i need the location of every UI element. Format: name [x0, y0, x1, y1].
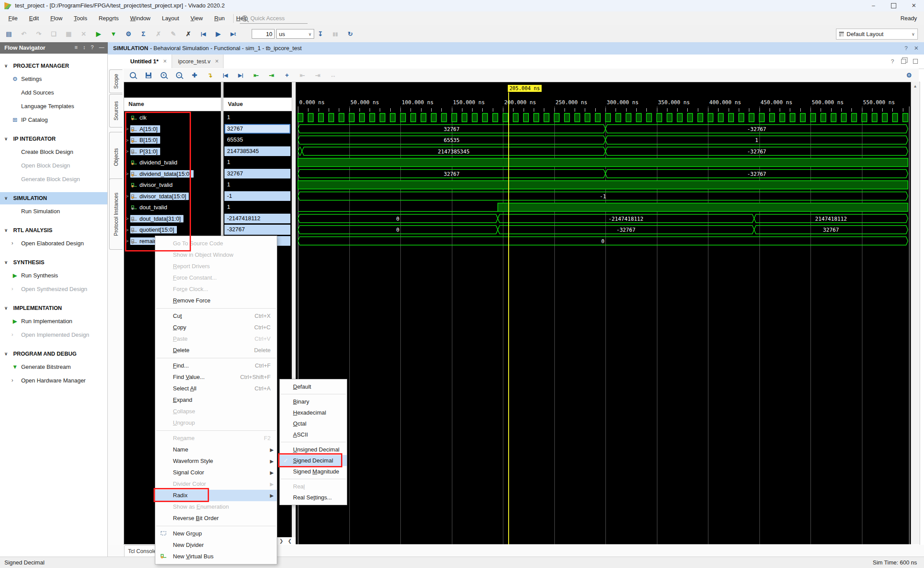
abort-icon[interactable]: ✗ [183, 29, 194, 39]
banner-close-icon[interactable]: ✕ [914, 42, 919, 55]
menu-item-waveform-style[interactable]: Waveform Style▶ [155, 455, 277, 467]
signal-row-dividend-tdata-15-0[interactable]: >dividend_tdata[15:0] [124, 168, 221, 180]
value-row-dout-tdata-31-0[interactable]: -2147418112 [224, 213, 292, 225]
step-icon[interactable]: ↧ [315, 29, 326, 39]
menu-item-find[interactable]: Find...Ctrl+F [155, 360, 277, 371]
sidebar-item-generate-bitstream[interactable]: ▼Generate Bitstream [0, 360, 107, 374]
flow-section-program-and-debug[interactable]: ∨PROGRAM AND DEBUG [0, 348, 107, 360]
quick-access-search[interactable]: Quick Access [240, 13, 308, 24]
sim-run-time-input[interactable] [252, 29, 275, 39]
sidebar-item-run-simulation[interactable]: Run Simulation [0, 204, 107, 218]
side-tab-protocol-instances[interactable]: Protocol Instances [109, 178, 122, 250]
signal-row-a-15-0[interactable]: >A[15:0] [124, 124, 221, 135]
sidebar-item-add-sources[interactable]: Add Sources [0, 86, 107, 99]
expand-toggle-icon[interactable]: ↕ [83, 44, 85, 51]
radix-option-real-settings[interactable]: Real Settings... [280, 492, 347, 503]
signal-row-divisor-tvalid[interactable]: divisor_tvalid [124, 179, 221, 191]
menu-flow[interactable]: Flow [44, 11, 68, 25]
menu-item-select-all[interactable]: Select AllCtrl+A [155, 383, 277, 394]
menu-item-name[interactable]: Name▶ [155, 444, 277, 455]
signal-row-b-15-0[interactable]: >B[15:0] [124, 135, 221, 146]
value-column-header[interactable]: Value [224, 98, 292, 111]
radix-option-default[interactable]: Default [280, 381, 347, 392]
menu-reports[interactable]: Reports [93, 11, 125, 25]
expand-chevron-icon[interactable]: > [124, 126, 130, 131]
settings-gear-icon[interactable]: ⚙ [123, 29, 134, 39]
value-row-dout-tvalid[interactable]: 1 [224, 202, 292, 213]
value-row-dividend-tdata-15-0[interactable]: 32767 [224, 168, 292, 180]
menu-item-expand[interactable]: Expand [155, 394, 277, 406]
menu-item-remove-force[interactable]: Remove Force [155, 295, 277, 306]
value-row-b-15-0[interactable]: 65535 [224, 135, 292, 146]
sidebar-item-create-block-design[interactable]: Create Block Design [0, 145, 107, 159]
value-row-p-31-0[interactable]: 2147385345 [224, 146, 292, 157]
signal-row-dividend-tvalid[interactable]: dividend_tvalid [124, 157, 221, 168]
banner-help-icon[interactable]: ? [905, 42, 908, 55]
add-marker-icon[interactable]: + [282, 70, 292, 80]
flow-section-rtl-analysis[interactable]: ∨RTL ANALYSIS [0, 224, 107, 237]
zoom-in-icon[interactable]: + [158, 70, 169, 80]
expand-chevron-icon[interactable]: > [124, 216, 130, 221]
generate-bitstream-icon[interactable]: ▼ [108, 29, 119, 39]
collapse-all-icon[interactable]: ≡ [74, 44, 77, 51]
radix-option-hexadecimal[interactable]: Hexadecimal [280, 407, 347, 418]
panel-help-icon[interactable]: ? [891, 58, 894, 65]
menu-item-new-group[interactable]: New Group [155, 528, 277, 539]
chevron-right-icon[interactable]: ❯ [279, 538, 283, 544]
maximize-button[interactable] [884, 0, 904, 11]
signal-row-quotient-15-0[interactable]: >quotient[15:0] [124, 224, 221, 236]
flow-section-ip-integrator[interactable]: ∨IP INTEGRATOR [0, 133, 107, 145]
go-to-end-icon[interactable]: ▶| [235, 70, 246, 80]
radix-option-unsigned-decimal[interactable]: Unsigned Decimal [280, 444, 347, 455]
vertical-scrollbar[interactable]: ▲ [911, 82, 919, 544]
signal-row-clk[interactable]: clk [124, 112, 221, 124]
close-tab-icon[interactable]: ✕ [163, 55, 167, 68]
flow-section-implementation[interactable]: ∨IMPLEMENTATION [0, 302, 107, 314]
expand-chevron-icon[interactable]: > [124, 171, 130, 176]
zoom-to-cursor-icon[interactable]: ↴ [205, 70, 215, 80]
side-tab-sources[interactable]: Sources [109, 94, 122, 127]
value-row-a-15-0[interactable]: 32767 [224, 124, 292, 135]
float-window-icon[interactable] [901, 59, 906, 64]
menu-item-delete[interactable]: DeleteDelete [155, 345, 277, 356]
value-row-dividend-tvalid[interactable]: 1 [224, 157, 292, 168]
close-button[interactable]: ✕ [904, 0, 924, 11]
side-tab-scope[interactable]: Scope [109, 69, 122, 93]
tab-untitled-1[interactable]: Untitled 1*✕ [124, 55, 172, 68]
splitter-collapse-buttons[interactable]: ❯ ❮ [275, 537, 296, 544]
help-icon[interactable]: ? [91, 44, 94, 51]
run-icon[interactable]: ▶ [93, 29, 104, 39]
open-recent-icon[interactable]: ▤ [4, 29, 14, 39]
radix-option-ascii[interactable]: ASCII [280, 429, 347, 440]
name-column-header[interactable]: Name [124, 98, 221, 111]
run-for-time-icon[interactable]: ▶t [228, 29, 238, 39]
scroll-up-icon[interactable]: ▲ [913, 84, 917, 88]
value-row-divisor-tdata-15-0[interactable]: -1 [224, 191, 292, 202]
report-sigma-icon[interactable]: Σ [138, 29, 149, 39]
wave-settings-gear-icon[interactable]: ⚙ [904, 70, 914, 80]
time-cursor-line[interactable] [508, 92, 509, 544]
flow-section-project-manager[interactable]: ∨PROJECT MANAGER [0, 60, 107, 72]
menu-edit[interactable]: Edit [23, 11, 44, 25]
close-tab-icon[interactable]: ✕ [215, 55, 219, 68]
menu-item-radix[interactable]: Radix▶ [155, 490, 277, 501]
menu-tools[interactable]: Tools [68, 11, 93, 25]
menu-window[interactable]: Window [125, 11, 156, 25]
menu-item-new-virtual-bus[interactable]: New Virtual Bus [155, 551, 277, 562]
sidebar-item-run-synthesis[interactable]: ▶Run Synthesis [0, 269, 107, 282]
side-tab-objects[interactable]: Objects [109, 132, 122, 182]
signal-row-dout-tdata-31-0[interactable]: >dout_tdata[31:0] [124, 213, 221, 225]
find-icon[interactable] [128, 70, 138, 80]
menu-layout[interactable]: Layout [156, 11, 185, 25]
zoom-fit-icon[interactable]: ✚ [189, 70, 200, 80]
save-icon[interactable] [143, 70, 154, 80]
layout-select[interactable]: Default Layout ∨ [836, 29, 918, 40]
run-all-icon[interactable]: ▶ [213, 29, 224, 39]
sidebar-item-run-implementation[interactable]: ▶Run Implementation [0, 314, 107, 328]
expand-chevron-icon[interactable]: > [124, 227, 130, 233]
relaunch-icon[interactable]: ↻ [345, 29, 356, 39]
time-unit-select[interactable]: us ∨ [276, 29, 314, 39]
value-row-clk[interactable]: 1 [224, 112, 292, 124]
previous-transition-icon[interactable]: ⇤ [251, 70, 261, 80]
menu-item-cut[interactable]: CutCtrl+X [155, 310, 277, 322]
